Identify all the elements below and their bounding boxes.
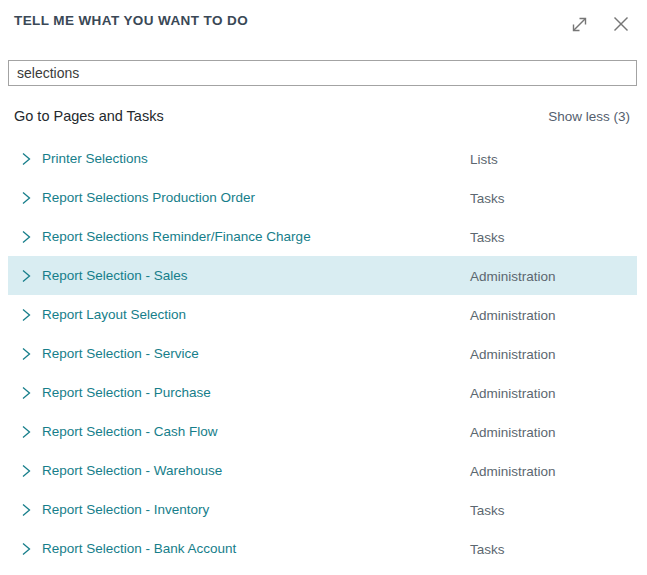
result-row[interactable]: Report Layout Selection Administration <box>8 295 637 334</box>
chevron-right-icon <box>20 151 32 167</box>
result-label: Report Selections Reminder/Finance Charg… <box>42 229 311 244</box>
show-less-link[interactable]: Show less (3) <box>548 109 630 124</box>
result-row[interactable]: Printer Selections Lists <box>8 139 637 178</box>
expand-dialog-button[interactable] <box>565 10 593 38</box>
chevron-right-icon <box>20 385 32 401</box>
chevron-right-icon <box>20 502 32 518</box>
result-category: Lists <box>470 151 498 166</box>
results-section-header: Go to Pages and Tasks Show less (3) <box>0 108 647 130</box>
close-icon <box>611 14 631 34</box>
result-row[interactable]: Report Selection - Sales Administration <box>8 256 637 295</box>
diagonal-resize-icon <box>569 14 590 35</box>
result-row[interactable]: Report Selection - Warehouse Administrat… <box>8 451 637 490</box>
result-row[interactable]: Report Selection - Inventory Tasks <box>8 490 637 529</box>
chevron-right-icon <box>20 346 32 362</box>
dialog-title: TELL ME WHAT YOU WANT TO DO <box>14 13 248 28</box>
result-row[interactable]: Report Selection - Purchase Administrati… <box>8 373 637 412</box>
result-category: Tasks <box>470 541 505 556</box>
result-label: Report Layout Selection <box>42 307 186 322</box>
result-label: Report Selection - Sales <box>42 268 188 283</box>
dialog-header: TELL ME WHAT YOU WANT TO DO <box>0 0 647 48</box>
result-category: Tasks <box>470 502 505 517</box>
chevron-right-icon <box>20 229 32 245</box>
result-row[interactable]: Report Selection - Bank Account Tasks <box>8 529 637 568</box>
result-category: Administration <box>470 307 556 322</box>
result-category: Tasks <box>470 229 505 244</box>
chevron-right-icon <box>20 463 32 479</box>
result-category: Administration <box>470 268 556 283</box>
chevron-right-icon <box>20 190 32 206</box>
result-row[interactable]: Report Selections Production Order Tasks <box>8 178 637 217</box>
result-row[interactable]: Report Selection - Cash Flow Administrat… <box>8 412 637 451</box>
result-label: Report Selection - Purchase <box>42 385 211 400</box>
result-label: Printer Selections <box>42 151 148 166</box>
result-label: Report Selection - Service <box>42 346 199 361</box>
section-title: Go to Pages and Tasks <box>14 108 164 124</box>
result-label: Report Selections Production Order <box>42 190 255 205</box>
result-label: Report Selection - Warehouse <box>42 463 222 478</box>
result-row[interactable]: Report Selection - Service Administratio… <box>8 334 637 373</box>
tell-me-dialog: TELL ME WHAT YOU WANT TO DO Go to Pages … <box>0 0 647 575</box>
result-category: Administration <box>470 385 556 400</box>
chevron-right-icon <box>20 541 32 557</box>
result-label: Report Selection - Cash Flow <box>42 424 218 439</box>
close-dialog-button[interactable] <box>607 10 635 38</box>
result-category: Administration <box>470 346 556 361</box>
result-label: Report Selection - Inventory <box>42 502 209 517</box>
results-list: Printer Selections Lists Report Selectio… <box>8 139 637 568</box>
result-category: Administration <box>470 463 556 478</box>
search-input[interactable] <box>8 60 637 86</box>
result-category: Administration <box>470 424 556 439</box>
result-label: Report Selection - Bank Account <box>42 541 236 556</box>
chevron-right-icon <box>20 424 32 440</box>
result-category: Tasks <box>470 190 505 205</box>
result-row[interactable]: Report Selections Reminder/Finance Charg… <box>8 217 637 256</box>
chevron-right-icon <box>20 307 32 323</box>
chevron-right-icon <box>20 268 32 284</box>
